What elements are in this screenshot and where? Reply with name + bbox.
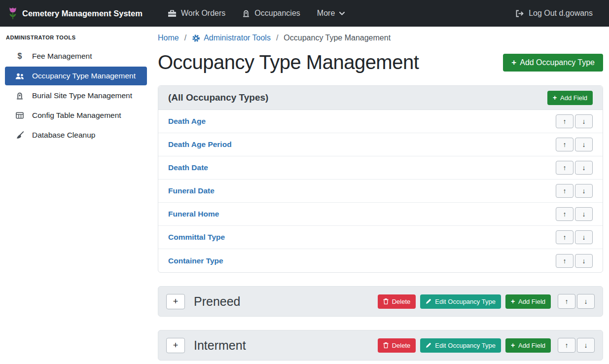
field-row: Funeral Date ↑ ↓ [158,180,603,203]
arrow-up-icon: ↑ [563,257,567,265]
breadcrumb-home-link[interactable]: Home [158,34,179,42]
reorder-controls: ↑ ↓ [556,230,593,244]
section-title: Preneed [194,294,378,309]
add-occupancy-type-button[interactable]: + Add Occupancy Type [503,54,603,72]
move-down-button[interactable]: ↓ [577,338,595,353]
delete-button[interactable]: Delete [378,294,416,309]
arrow-down-icon: ↓ [584,341,588,349]
plus-icon: + [511,298,515,305]
reorder-controls: ↑ ↓ [556,207,593,221]
sidebar-item-label: Database Cleanup [32,131,95,140]
field-row: Death Date ↑ ↓ [158,156,603,180]
add-occupancy-type-label: Add Occupancy Type [520,58,595,67]
edit-occupancy-type-button[interactable]: Edit Occupancy Type [420,338,501,353]
move-down-button[interactable]: ↓ [575,207,593,221]
move-down-button[interactable]: ↓ [575,184,593,198]
breadcrumb-home-label: Home [158,34,179,42]
move-up-button[interactable]: ↑ [556,184,573,198]
trash-icon [383,298,389,304]
arrow-down-icon: ↓ [582,117,586,125]
breadcrumb-admin-tools-link[interactable]: Administrator Tools [192,34,271,42]
app-brand[interactable]: Cemetery Management System [8,6,143,20]
gear-icon [192,34,200,42]
expand-section-button[interactable]: + [166,294,185,309]
arrow-up-icon: ↑ [563,233,567,241]
move-up-button[interactable]: ↑ [556,138,573,151]
sidebar-item-fee-management[interactable]: $ Fee Management [0,46,152,66]
app-title: Cemetery Management System [22,9,143,18]
breadcrumb-current: Occupancy Type Management [284,34,391,42]
nav-more[interactable]: More [309,0,353,27]
move-up-button[interactable]: ↑ [556,161,573,175]
field-link[interactable]: Container Type [168,256,223,265]
nav-more-label: More [317,9,335,18]
sidebar-item-occupancy-type-management[interactable]: Occupancy Type Management [5,67,147,85]
edit-occupancy-type-label: Edit Occupancy Type [435,298,496,305]
main-content: Home / Administrator Tools / Occupancy T… [152,27,609,364]
add-field-label: Add Field [518,342,545,349]
arrow-up-icon: ↑ [565,297,569,305]
tulip-logo-icon [8,6,18,20]
card-title: (All Occupancy Types) [168,92,268,103]
users-icon [15,73,25,79]
logout-button[interactable]: Log Out d.gowans [507,0,601,27]
arrow-up-icon: ↑ [565,341,569,349]
move-down-button[interactable]: ↓ [575,254,593,268]
delete-button[interactable]: Delete [378,338,416,353]
arrow-down-icon: ↓ [582,164,586,172]
plus-icon: + [553,94,557,101]
move-down-button[interactable]: ↓ [577,294,595,309]
plus-icon: + [173,340,179,351]
field-link[interactable]: Funeral Home [168,210,219,218]
section-title: Interment [194,338,378,353]
move-up-button[interactable]: ↑ [556,207,573,221]
expand-section-button[interactable]: + [166,338,185,353]
sidebar-item-burial-site-type-management[interactable]: Burial Site Type Management [0,86,152,106]
occupancy-type-section-preneed: + Preneed Delete [158,286,603,317]
move-up-button[interactable]: ↑ [558,338,575,353]
pencil-icon [426,298,431,304]
reorder-controls: ↑ ↓ [558,338,595,353]
move-up-button[interactable]: ↑ [558,294,575,309]
arrow-up-icon: ↑ [563,210,567,218]
move-up-button[interactable]: ↑ [556,230,573,244]
nav-occupancies-label: Occupancies [254,9,300,18]
move-down-button[interactable]: ↓ [575,114,593,128]
field-link[interactable]: Committal Type [168,233,225,242]
plus-icon: + [511,342,515,349]
page-layout: ADMINISTRATOR TOOLS $ Fee Management Occ… [0,27,609,364]
field-link[interactable]: Death Age Period [168,140,232,149]
add-field-button[interactable]: + Add Field [505,294,551,309]
breadcrumb-separator: / [179,34,192,42]
move-down-button[interactable]: ↓ [575,161,593,175]
field-link[interactable]: Funeral Date [168,186,215,195]
breadcrumb-admin-tools-label: Administrator Tools [204,34,271,42]
logout-icon [515,10,524,17]
edit-occupancy-type-button[interactable]: Edit Occupancy Type [420,294,501,309]
pencil-icon [426,342,431,348]
arrow-down-icon: ↓ [582,141,586,148]
sidebar-item-config-table-management[interactable]: Config Table Management [0,106,152,125]
nav-occupancies[interactable]: Occupancies [234,0,309,27]
move-up-button[interactable]: ↑ [556,114,573,128]
plus-icon: + [511,58,516,67]
broom-icon [15,131,25,139]
field-link[interactable]: Death Date [168,163,208,172]
sidebar-item-database-cleanup[interactable]: Database Cleanup [0,125,152,145]
add-field-button[interactable]: + Add Field [505,338,551,353]
move-up-button[interactable]: ↑ [556,254,573,268]
card-header: (All Occupancy Types) + Add Field [158,86,603,110]
reorder-controls: ↑ ↓ [556,114,593,128]
move-down-button[interactable]: ↓ [575,230,593,244]
page-header: Occupancy Type Management + Add Occupanc… [158,51,603,73]
tombstone-icon [15,92,25,100]
trash-icon [383,342,389,348]
reorder-controls: ↑ ↓ [556,161,593,175]
nav-work-orders[interactable]: Work Orders [159,0,234,27]
add-field-button[interactable]: + Add Field [547,91,593,105]
edit-occupancy-type-label: Edit Occupancy Type [435,342,496,349]
field-row: Committal Type ↑ ↓ [158,226,603,249]
move-down-button[interactable]: ↓ [575,138,593,151]
arrow-down-icon: ↓ [582,257,586,265]
field-link[interactable]: Death Age [168,117,206,126]
